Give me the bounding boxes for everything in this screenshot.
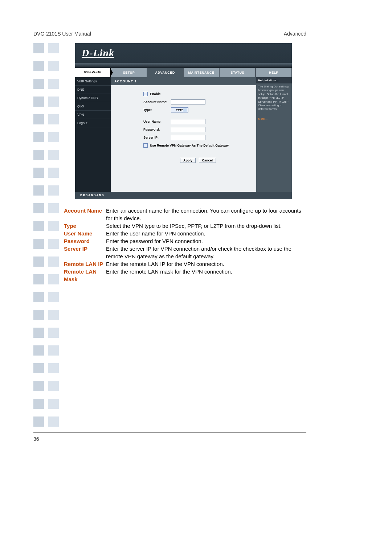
decorative-blocks [33, 43, 59, 434]
desc-term: Remote LAN IP [64, 260, 106, 268]
sidebar-item-logout[interactable]: Logout [75, 119, 111, 127]
sidebar: VoIP Settings DNS Dynamic DNS QoS VPN Lo… [75, 77, 111, 192]
page-header: DVG-2101S User Manual Advanced [33, 31, 306, 37]
tab-row: DVG-2101S SETUP ADVANCED MAINTENANCE STA… [75, 68, 292, 77]
account-name-label: Account Name: [143, 100, 171, 104]
desc-def: Enter the user name for VPN connection. [106, 230, 307, 237]
desc-def: Enter the password for VPN connection. [106, 237, 307, 245]
tab-maintenance[interactable]: MAINTENANCE [183, 68, 220, 77]
desc-def: Enter the remote LAN mask for the VPN co… [106, 268, 307, 283]
field-descriptions: Account Name Enter an account name for t… [64, 207, 307, 283]
desc-def: Enter an account name for the connection… [106, 207, 307, 222]
user-name-input[interactable] [171, 119, 205, 124]
server-ip-input[interactable] [171, 135, 205, 140]
account-name-input[interactable] [171, 99, 205, 104]
desc-term: User Name [64, 230, 106, 237]
password-input[interactable] [171, 127, 205, 132]
help-more-link[interactable]: More… [256, 113, 292, 125]
apply-button[interactable]: Apply [180, 158, 196, 163]
enable-label: Enable [150, 92, 161, 96]
sidebar-item-qos[interactable]: QoS [75, 102, 111, 111]
main-panel: ACCOUNT 1 Enable Account Name: Type: PPT… [111, 77, 256, 192]
gateway-label: Use Remote VPN Gateway As The Default Ga… [150, 144, 229, 147]
sidebar-item-vpn[interactable]: VPN [75, 111, 111, 119]
cancel-button[interactable]: Cancel [199, 158, 216, 163]
section-title: ACCOUNT 1 [111, 77, 256, 85]
footer-rule [33, 432, 306, 433]
desc-term: Password [64, 237, 106, 245]
desc-term: Remote LAN Mask [64, 268, 106, 283]
sidebar-item-dns[interactable]: DNS [75, 86, 111, 94]
desc-term: Server IP [64, 245, 106, 260]
type-select[interactable]: PPTP [171, 107, 188, 112]
sidebar-item-voip[interactable]: VoIP Settings [75, 77, 111, 86]
router-top-bar: D-Link [75, 43, 292, 63]
page-number: 36 [33, 436, 39, 442]
header-rule [33, 42, 306, 42]
gateway-checkbox[interactable] [143, 143, 148, 148]
desc-term: Account Name [64, 207, 106, 222]
tab-status[interactable]: STATUS [219, 68, 256, 77]
server-ip-label: Server IP: [143, 136, 171, 139]
help-body: The Dialing Out settings has four groups… [256, 83, 292, 113]
desc-def: Enter the server IP for VPN connection a… [106, 245, 307, 260]
dlink-logo: D-Link [82, 47, 114, 59]
device-tab: DVG-2101S [75, 68, 111, 77]
user-name-label: User Name: [143, 120, 171, 123]
type-value: PPTP [176, 108, 184, 112]
type-label: Type: [143, 108, 171, 112]
desc-def: Select the VPN type to be IPSec, PPTP, o… [106, 222, 307, 230]
help-panel: Helpful Hints… The Dialing Out settings … [256, 77, 292, 192]
tab-advanced[interactable]: ADVANCED [147, 68, 183, 77]
enable-checkbox[interactable] [143, 92, 148, 96]
password-label: Password: [143, 128, 171, 131]
sidebar-item-ddns[interactable]: Dynamic DNS [75, 94, 111, 102]
header-left: DVG-2101S User Manual [33, 31, 91, 37]
help-title: Helpful Hints… [256, 77, 292, 83]
gradient-bar [75, 63, 292, 68]
header-right: Advanced [284, 31, 306, 37]
router-ui: D-Link DVG-2101S SETUP ADVANCED MAINTENA… [75, 43, 292, 199]
tab-help[interactable]: HELP [256, 68, 292, 77]
router-footer: BROADBAND [75, 192, 292, 199]
desc-def: Enter the remote LAN IP for the VPN conn… [106, 260, 307, 268]
desc-term: Type [64, 222, 106, 230]
tab-setup[interactable]: SETUP [111, 68, 147, 77]
